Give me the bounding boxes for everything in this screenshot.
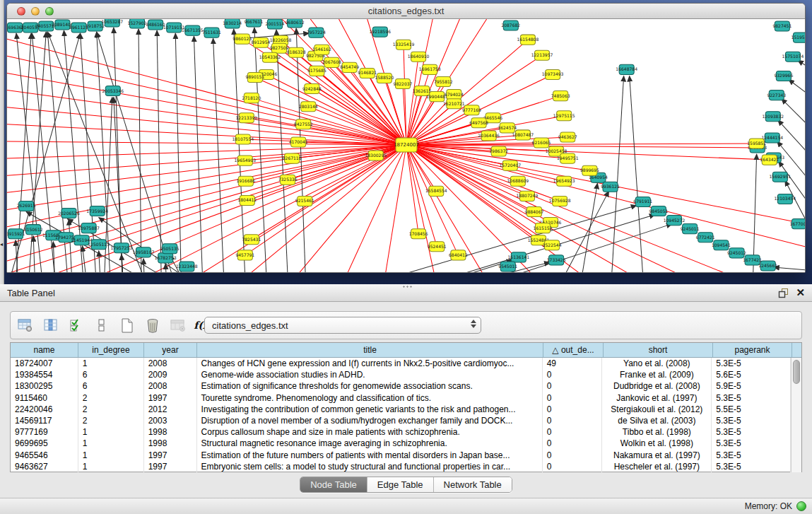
graph-node-label: 16782753 <box>155 255 177 260</box>
graph-node-label: 15751074 <box>782 54 804 59</box>
tab-network-table[interactable]: Network Table <box>434 477 512 492</box>
table-panel-header: Table Panel ✕ <box>0 284 812 302</box>
column-header-name[interactable]: name <box>11 343 78 357</box>
table-cell: 2008 <box>144 380 197 392</box>
table-row[interactable]: 946362711997Embryonic stem cells: a mode… <box>11 461 791 472</box>
graph-node-label: 6216065 <box>532 140 551 145</box>
graph-node-label: 19654903 <box>234 158 256 163</box>
table-cell: 14569117 <box>11 415 78 426</box>
graph-node-label: 1643421 <box>760 157 779 162</box>
graph-node-label: 15584554 <box>425 188 447 193</box>
graph-node-label: 8150612 <box>24 227 43 232</box>
memory-status-label: Memory: OK <box>745 501 792 511</box>
graph-node-label: 2718120 <box>242 95 261 100</box>
network-canvas[interactable]: 1696360204055724055724208914068961121191… <box>7 19 805 272</box>
graph-node-label: 9545011 <box>498 264 517 269</box>
close-panel-icon[interactable]: ✕ <box>796 287 805 298</box>
table-row[interactable]: 1456911722003Disruption of a novel membe… <box>11 415 791 426</box>
tab-node-table[interactable]: Node Table <box>300 477 367 492</box>
table-row[interactable]: 1830029562008Estimation of significance … <box>11 380 791 392</box>
table-cell: 1997 <box>144 450 197 461</box>
table-cell: 49 <box>543 358 603 369</box>
table-panel-title: Table Panel <box>7 288 55 298</box>
tab-edge-table[interactable]: Edge Table <box>367 477 434 492</box>
table-cell: Genome-wide association studies in ADHD. <box>197 369 543 380</box>
graph-node-label: 1546162 <box>312 47 331 52</box>
table-cell: Corpus callosum shape and size in male p… <box>197 426 543 438</box>
table-cell: 5.5E-5 <box>712 404 791 415</box>
column-header-short[interactable]: short <box>604 343 713 357</box>
graph-node-label: 9146821 <box>358 70 377 75</box>
table-rows: 1872400712008Changes of HCN gene express… <box>11 358 791 472</box>
table-cell: 1 <box>78 358 144 369</box>
float-panel-icon[interactable] <box>778 288 789 298</box>
graph-node-label: 1708456 <box>409 231 428 236</box>
select-column-icon[interactable] <box>40 315 61 335</box>
graph-node-label: 7485063 <box>551 93 570 98</box>
table-settings-icon[interactable] <box>15 315 36 335</box>
table-type-tabs: Node TableEdge TableNetwork Table <box>300 477 512 493</box>
table-cell: 1997 <box>144 461 197 472</box>
scrollbar-thumb[interactable] <box>793 360 800 384</box>
column-header-title[interactable]: title <box>197 343 543 357</box>
delete-trash-icon[interactable] <box>142 315 163 335</box>
column-header-year[interactable]: year <box>144 343 197 357</box>
graph-node-label: 1094541 <box>712 243 731 247</box>
table-cell: Stergiakouli et al. (2012) <box>602 404 712 415</box>
table-cell: 5.3E-5 <box>712 461 791 472</box>
select-rows-check-icon[interactable] <box>66 315 87 335</box>
table-cell: 9465546 <box>11 450 78 461</box>
graph-node-label: 1916686 <box>236 178 255 183</box>
table-row[interactable]: 977716911998Corpus callosum shape and si… <box>11 426 791 438</box>
graph-node-label: 9680612 <box>286 20 305 25</box>
graph-node-label: 1830214 <box>223 21 242 25</box>
graph-node-label: 9329966 <box>774 73 793 78</box>
table-cell: 5.9E-5 <box>712 380 791 392</box>
column-header-in_degree[interactable]: in_degree <box>78 343 144 357</box>
table-cell: 18724007 <box>11 358 78 369</box>
graph-node-label: 4170041 <box>289 139 308 144</box>
graph-node-label: 19654923 <box>553 178 575 183</box>
graph-node-label: 16648784 <box>616 66 637 71</box>
table-cell: 2008 <box>144 358 197 369</box>
graph-node-label: 2001514 <box>266 21 285 26</box>
column-header-out_de[interactable]: △ out_de... <box>543 343 604 357</box>
table-row[interactable]: 1938455462009Genome-wide association stu… <box>11 369 791 380</box>
graph-node-label: 10688609 <box>507 178 529 183</box>
table-row[interactable]: 911546021997Tourette syndrome. Phenomeno… <box>11 392 791 404</box>
graph-node-label: 10756928 <box>549 198 571 203</box>
collapse-west-arrow-icon[interactable]: ◂ <box>0 242 3 247</box>
table-cell: Jankovic et al. (1997) <box>602 392 712 404</box>
new-table-icon[interactable] <box>117 315 138 335</box>
table-cell: 2012 <box>144 404 197 415</box>
graph-node-label: 9860123 <box>233 36 252 41</box>
graph-node-label: 9827509 <box>270 45 289 50</box>
vertical-scrollbar[interactable] <box>791 358 801 472</box>
table-cell: 5.6E-5 <box>712 369 791 380</box>
table-cell: 5.3E-5 <box>712 450 791 461</box>
graph-node-label: 13325419 <box>393 42 415 47</box>
memory-status-dot <box>796 501 806 511</box>
table-cell: 9115460 <box>11 392 78 404</box>
graph-node-label: 18107554 <box>232 136 254 141</box>
table-cell: 18300295 <box>11 380 78 392</box>
graph-node-label: 6772421 <box>696 235 715 240</box>
table-cell: Structural magnetic resonance image aver… <box>197 438 543 449</box>
table-row[interactable]: 1872400712008Changes of HCN gene express… <box>11 358 791 369</box>
table-row[interactable]: 2242004622012Investigating the contribut… <box>11 404 791 415</box>
table-cell: 0 <box>543 404 603 415</box>
table-row[interactable]: 969969511998Structural magnetic resonanc… <box>11 438 791 449</box>
panel-splitter-handle[interactable] <box>402 285 412 288</box>
table-selector-dropdown[interactable]: citations_edges.txt <box>204 317 481 334</box>
table-cell: 19384554 <box>11 369 78 380</box>
graph-node-label: 9215461 <box>295 198 314 203</box>
attribute-table: namein_degreeyeartitle△ out_de...shortpa… <box>10 342 802 472</box>
table-cell: 0 <box>543 369 603 380</box>
status-bar: Memory: OK <box>0 498 812 514</box>
row-height-icon[interactable] <box>91 315 112 335</box>
table-row[interactable]: 946554611997Estimation of the future num… <box>11 450 791 461</box>
graph-node-label: 16210721 <box>443 101 465 106</box>
window-titlebar[interactable]: citations_edges.txt <box>7 4 805 19</box>
table-cell: Dudbridge et al. (2008) <box>602 380 712 392</box>
column-header-pagerank[interactable]: pagerank <box>713 343 792 357</box>
